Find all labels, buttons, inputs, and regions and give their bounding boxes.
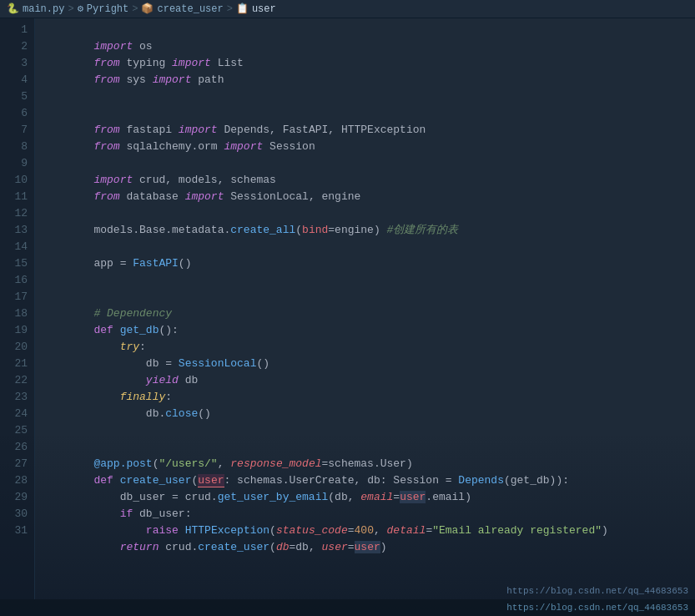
code-line-25 [35, 422, 695, 439]
tab-bar-user: user [252, 3, 276, 15]
code-line-5 [35, 88, 695, 105]
ln-23: 23 [0, 389, 34, 406]
tab-bar-file-icon: 🐍 [7, 3, 19, 15]
ln-25: 25 [0, 422, 34, 439]
code-line-12: models.Base.metadata.create_all(bind=eng… [35, 205, 695, 222]
ln-29: 29 [0, 489, 34, 506]
code-line-26: @app.post("/users/", response_model=sche… [35, 439, 695, 456]
ln-24: 24 [0, 406, 34, 422]
kw-from-2: from [93, 57, 119, 69]
ln-18: 18 [0, 305, 34, 322]
tab-bar-pyright-icon: ⚙ [78, 3, 83, 15]
kw-from-10: from [93, 190, 119, 203]
ln-20: 20 [0, 339, 34, 356]
ln-12: 12 [0, 205, 34, 222]
ln-1: 1 [0, 22, 34, 38]
ln-8: 8 [0, 139, 34, 155]
ln-16: 16 [0, 272, 34, 289]
tab-bar-func-icon: 📦 [141, 3, 154, 15]
kw-import-10: import [185, 190, 224, 203]
url-text: https://blog.csdn.net/qq_44683653 [506, 583, 688, 599]
kw-import-1: import [93, 40, 133, 53]
breadcrumb-sep-2: > [132, 3, 138, 15]
ln-22: 22 [0, 372, 34, 389]
tab-bar-create-user: create_user [157, 3, 223, 15]
breadcrumb-sep-3: > [227, 3, 233, 15]
tab-bar-pyright: Pyright [87, 3, 128, 15]
ln-30: 30 [0, 506, 34, 523]
ln-15: 15 [0, 255, 34, 272]
ln-26: 26 [0, 439, 34, 456]
kw-import-3: import [153, 73, 192, 86]
code-area[interactable]: 1 2 3 4 5 6 7 8 9 10 11 12 13 14 15 16 1… [0, 18, 695, 599]
kw-from-7: from [93, 140, 119, 153]
ln-7: 7 [0, 122, 34, 139]
code-line-17: # Dependency [35, 289, 695, 305]
code-line-14: app = FastAPI() [35, 239, 695, 255]
tab-bar-filename: main.py [23, 3, 64, 15]
kw-finally-22: finally [120, 391, 166, 403]
ln-11: 11 [0, 189, 34, 205]
kw-from-6: from [93, 124, 119, 136]
url-label: https://blog.csdn.net/qq_44683653 [506, 603, 688, 613]
code-line-16 [35, 272, 695, 289]
ln-13: 13 [0, 222, 34, 239]
ln-31: 31 [0, 523, 34, 539]
ln-10: 10 [0, 172, 34, 189]
ln-19: 19 [0, 322, 34, 339]
ln-2: 2 [0, 38, 34, 55]
status-bar: https://blog.csdn.net/qq_44683653 [0, 599, 695, 616]
ln-5: 5 [0, 88, 34, 105]
kw-import-7: import [224, 140, 263, 153]
code-line-1: import os [35, 22, 695, 38]
kw-import-6: import [179, 124, 218, 136]
code-lines[interactable]: import os from typing import List from s… [35, 18, 695, 599]
kw-yield-21: yield [146, 374, 179, 386]
kw-import-9: import [93, 174, 133, 186]
ln-21: 21 [0, 356, 34, 372]
code-line-6: from fastapi import Depends, FastAPI, HT… [35, 105, 695, 122]
code-line-9: import crud, models, schemas [35, 155, 695, 172]
ln-14: 14 [0, 239, 34, 255]
ln-27: 27 [0, 456, 34, 472]
kw-import-2: import [172, 57, 211, 69]
ln-28: 28 [0, 472, 34, 489]
editor-container: 🐍 main.py > ⚙ Pyright > 📦 create_user > … [0, 0, 695, 616]
breadcrumb-sep-1: > [68, 3, 73, 15]
ln-3: 3 [0, 55, 34, 72]
kw-from-3: from [93, 73, 119, 86]
kw-try-19: try [120, 341, 139, 353]
ln-4: 4 [0, 72, 34, 88]
line-numbers: 1 2 3 4 5 6 7 8 9 10 11 12 13 14 15 16 1… [0, 18, 35, 599]
ln-9: 9 [0, 155, 34, 172]
kw-def-18: def [93, 324, 113, 336]
ln-6: 6 [0, 105, 34, 122]
tab-bar-var-icon: 📋 [236, 3, 249, 15]
ln-17: 17 [0, 289, 34, 305]
tab-bar: 🐍 main.py > ⚙ Pyright > 📦 create_user > … [0, 0, 695, 18]
